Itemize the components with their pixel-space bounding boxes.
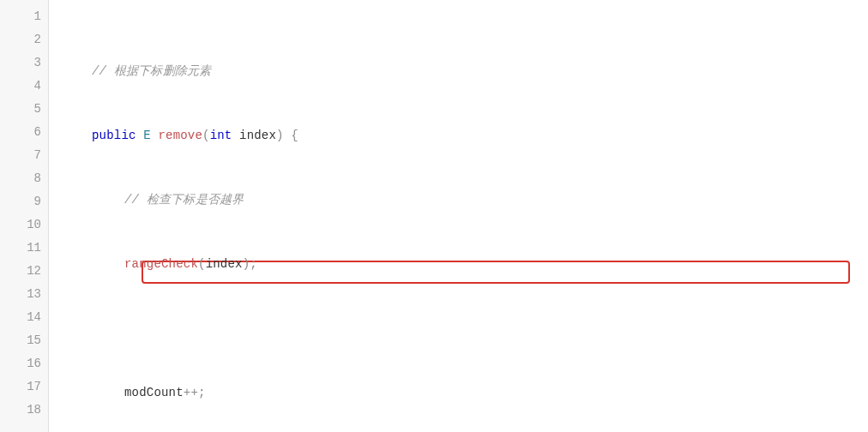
line-number: 3 [0, 51, 41, 75]
code-line: rangeCheck(index); [59, 253, 868, 276]
code-line [59, 317, 868, 340]
punct: ( [198, 257, 206, 271]
line-number: 17 [0, 375, 41, 399]
ident-index: index [232, 129, 276, 142]
line-number: 16 [0, 352, 41, 375]
line-number: 8 [0, 167, 41, 190]
line-number: 4 [0, 75, 41, 98]
line-number: 18 [0, 399, 41, 422]
line-number: 7 [0, 144, 41, 167]
semicolon: ; [198, 386, 206, 399]
keyword-int: int [210, 129, 232, 142]
keyword-public: public [92, 129, 136, 142]
line-number: 5 [0, 98, 41, 121]
line-number: 9 [0, 190, 41, 213]
line-number: 10 [0, 213, 41, 237]
brace: { [284, 129, 298, 142]
line-number: 2 [0, 28, 41, 51]
line-number: 14 [0, 306, 41, 329]
punct: ) [276, 129, 284, 142]
comment: // 根据下标删除元素 [92, 64, 211, 78]
line-number: 1 [0, 5, 41, 28]
punct: ) [243, 257, 250, 271]
line-number: 15 [0, 329, 41, 352]
line-number: 12 [0, 260, 41, 283]
code-line: // 根据下标删除元素 [59, 60, 868, 83]
line-number-gutter: 1 2 3 4 5 6 7 8 9 10 11 12 13 14 15 16 1… [0, 0, 49, 432]
line-number: 13 [0, 283, 41, 306]
semicolon: ; [250, 257, 257, 271]
code-line: public E remove(int index) { [59, 124, 868, 147]
method-remove: remove [158, 129, 202, 142]
comment: // 检查下标是否越界 [124, 193, 244, 207]
type-E: E [143, 129, 151, 142]
line-number: 6 [0, 121, 41, 144]
ident-modCount: modCount [124, 386, 184, 399]
ident-index: index [206, 257, 243, 271]
code-line: modCount++; [59, 381, 868, 405]
method-rangeCheck: rangeCheck [124, 257, 198, 271]
code-editor: 1 2 3 4 5 6 7 8 9 10 11 12 13 14 15 16 1… [0, 0, 868, 432]
code-area[interactable]: // 根据下标删除元素 public E remove(int index) {… [49, 0, 868, 432]
punct: ( [202, 129, 210, 142]
op-increment: ++ [184, 386, 198, 399]
code-line: // 检查下标是否越界 [59, 189, 868, 212]
line-number: 11 [0, 237, 41, 260]
